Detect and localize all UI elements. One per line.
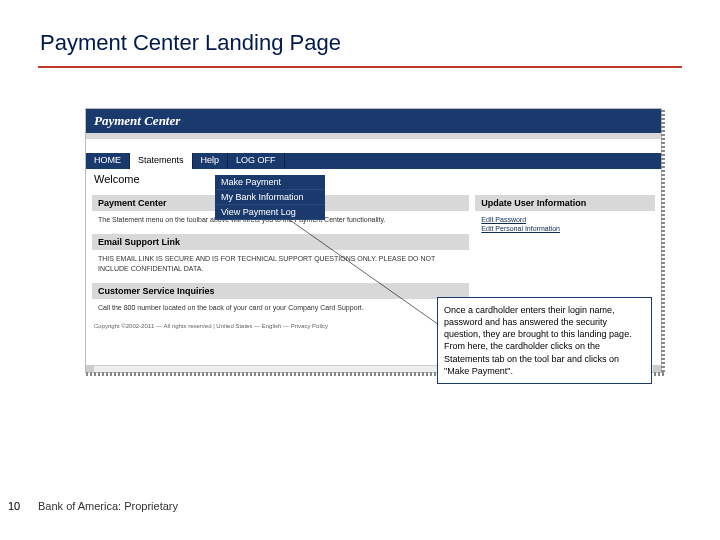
nav-tabs: HOME Statements Help LOG OFF <box>86 153 661 169</box>
menu-my-bank-info[interactable]: My Bank Information <box>215 190 325 205</box>
tab-statements[interactable]: Statements <box>130 153 193 169</box>
footer-text: Bank of America: Proprietary <box>38 500 178 512</box>
callout-box: Once a cardholder enters their login nam… <box>437 297 652 384</box>
link-edit-personal-info[interactable]: Edit Personal Information <box>481 224 649 233</box>
statements-dropdown: Make Payment My Bank Information View Pa… <box>215 175 325 220</box>
menu-view-payment-log[interactable]: View Payment Log <box>215 205 325 220</box>
link-edit-password[interactable]: Edit Password <box>481 215 649 224</box>
tab-logoff[interactable]: LOG OFF <box>228 153 285 169</box>
tab-help[interactable]: Help <box>193 153 229 169</box>
crop-edge-right <box>661 109 665 372</box>
welcome-prefix: Welcome <box>94 173 140 185</box>
brand-bar: Payment Center <box>86 109 661 133</box>
title-rule <box>38 66 682 68</box>
page-number: 10 <box>8 500 20 512</box>
slide-title: Payment Center Landing Page <box>40 30 341 56</box>
menu-make-payment[interactable]: Make Payment <box>215 175 325 190</box>
panel-update-head: Update User Information <box>475 195 655 211</box>
tab-home[interactable]: HOME <box>86 153 130 169</box>
